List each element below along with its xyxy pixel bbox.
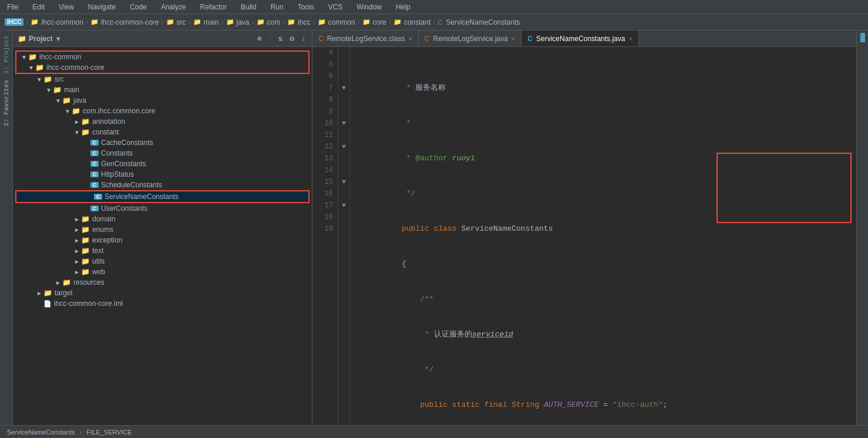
tree-item-http-status[interactable]: C HttpStatus bbox=[13, 169, 312, 180]
expand-arrow-exception: ► bbox=[74, 237, 80, 244]
folder-icon-resources: 📁 bbox=[62, 278, 71, 287]
folder-icon-8: 📁 bbox=[318, 18, 326, 26]
breadcrumb-ihcc-common[interactable]: ihcc-common bbox=[41, 18, 83, 26]
tree-item-service-name-constants[interactable]: C ServiceNameConstants bbox=[16, 191, 308, 202]
tree-item-main[interactable]: ▼ 📁 main bbox=[13, 85, 312, 95]
project-dropdown-icon[interactable]: ▼ bbox=[55, 35, 62, 42]
folder-icon-10: 📁 bbox=[393, 18, 402, 26]
breadcrumb-com[interactable]: com bbox=[267, 18, 281, 26]
java-icon-gen-constants: C bbox=[90, 161, 99, 167]
code-content[interactable]: * 服务名称 * * @author ruoyi */ public class… bbox=[350, 47, 856, 425]
tree-item-iml[interactable]: 📄 ihcc-common-core.iml bbox=[13, 298, 312, 309]
menu-run[interactable]: Run bbox=[268, 2, 286, 12]
toolbar-collapse-icon[interactable]: ↓ bbox=[300, 33, 307, 44]
folder-icon-enums: 📁 bbox=[81, 225, 90, 234]
project-folder-icon: 📁 bbox=[18, 35, 26, 43]
breadcrumb-main[interactable]: main bbox=[204, 18, 219, 26]
iml-icon: 📄 bbox=[43, 300, 52, 308]
menu-code[interactable]: Code bbox=[127, 2, 149, 12]
expand-arrow-ihcc-common-core: ▼ bbox=[28, 65, 34, 71]
menu-navigate[interactable]: Navigate bbox=[86, 2, 118, 12]
tree-item-ihcc-common-core[interactable]: ▼ 📁 ihcc-common-core bbox=[16, 62, 308, 73]
tree-item-constants[interactable]: C Constants bbox=[13, 148, 312, 159]
tab-close-class[interactable]: × bbox=[408, 35, 412, 42]
folder-icon-java: 📁 bbox=[62, 96, 71, 105]
tree-item-schedule-constants[interactable]: C ScheduleConstants bbox=[13, 180, 312, 190]
fold-icon-15[interactable]: ▼ bbox=[338, 176, 349, 188]
java-icon-service-name-constants: C bbox=[94, 194, 102, 200]
expand-arrow-enums: ► bbox=[74, 227, 80, 233]
tab-close-constants[interactable]: × bbox=[628, 35, 632, 42]
java-icon-breadcrumb: C bbox=[438, 19, 442, 26]
menu-edit[interactable]: Edit bbox=[30, 2, 47, 12]
breadcrumb-src[interactable]: src bbox=[177, 18, 186, 26]
breadcrumb-ihcc-common-core[interactable]: ihcc-common-core bbox=[101, 18, 159, 26]
tab-remote-log-service-class[interactable]: C RemoteLogService.class × bbox=[312, 31, 419, 47]
toolbar-add-icon[interactable]: ⊕ bbox=[256, 33, 263, 45]
code-line-6: * @author ruoyi bbox=[356, 141, 850, 153]
folder-icon-constant: 📁 bbox=[81, 128, 90, 136]
favorites-strip bbox=[856, 31, 868, 425]
tab-close-java[interactable]: × bbox=[512, 35, 515, 42]
tree-item-ihcc-common[interactable]: ▼ 📁 ihcc-common bbox=[16, 52, 308, 62]
tree-item-java[interactable]: ▼ 📁 java bbox=[13, 95, 312, 106]
code-line-9: { bbox=[356, 247, 850, 258]
menu-build[interactable]: Build bbox=[238, 2, 259, 12]
tree-item-enums[interactable]: ► 📁 enums bbox=[13, 224, 312, 235]
project-toolbar: 📁 Project ▼ ⊕ | ⇅ ⚙ ↓ bbox=[13, 31, 312, 47]
tree-item-web[interactable]: ► 📁 web bbox=[13, 267, 312, 277]
folder-icon-com: 📁 bbox=[72, 107, 80, 115]
tree-item-com-ihcc-common-core[interactable]: ▼ 📁 com.ihcc.common.core bbox=[13, 106, 312, 116]
tab-icon-class: C bbox=[318, 35, 324, 43]
code-line-5: * bbox=[356, 106, 850, 117]
tree-item-domain[interactable]: ► 📁 domain bbox=[13, 214, 312, 224]
breadcrumb-core[interactable]: core bbox=[373, 18, 386, 26]
tree-item-user-constants[interactable]: C UserConstants bbox=[13, 203, 312, 214]
breadcrumb-service-name-constants[interactable]: ServiceNameConstants bbox=[446, 18, 520, 26]
folder-icon-5: 📁 bbox=[226, 18, 234, 26]
tree-item-exception[interactable]: ► 📁 exception bbox=[13, 235, 312, 245]
main-layout: 1: Project 2: Favorites 📁 Project ▼ ⊕ | … bbox=[0, 31, 868, 425]
file-tree: ▼ 📁 ihcc-common ▼ 📁 ihcc-common-core ▼ 📁… bbox=[13, 47, 312, 425]
left-sidebar-strip: 1: Project 2: Favorites bbox=[0, 31, 13, 425]
menu-bar: File Edit View Navigate Code Analyze Ref… bbox=[0, 0, 868, 14]
tree-item-text[interactable]: ► 📁 text bbox=[13, 245, 312, 256]
tree-item-annotation[interactable]: ► 📁 annotation bbox=[13, 116, 312, 127]
folder-icon-domain: 📁 bbox=[81, 215, 90, 223]
tree-item-gen-constants[interactable]: C GenConstants bbox=[13, 159, 312, 169]
menu-view[interactable]: View bbox=[56, 2, 76, 12]
tree-item-constant[interactable]: ▼ 📁 constant bbox=[13, 127, 312, 137]
fold-icon-10[interactable]: ▼ bbox=[338, 117, 349, 129]
toolbar-settings-icon[interactable]: ⚙ bbox=[288, 33, 295, 45]
breadcrumb-common[interactable]: common bbox=[328, 18, 355, 26]
tree-item-utils[interactable]: ► 📁 utils bbox=[13, 256, 312, 267]
fold-icon-7[interactable]: ▼ bbox=[338, 82, 349, 94]
sidebar-project-label[interactable]: 1: Project bbox=[2, 33, 11, 76]
menu-window[interactable]: Window bbox=[354, 2, 384, 12]
tab-remote-log-service-java[interactable]: C RemoteLogService.java × bbox=[419, 31, 522, 47]
tab-service-name-constants[interactable]: C ServiceNameConstants.java × bbox=[522, 31, 639, 47]
fold-icon-17[interactable]: ▼ bbox=[338, 200, 349, 211]
breadcrumb-constant[interactable]: constant bbox=[404, 18, 430, 26]
expand-arrow-main: ▼ bbox=[46, 87, 52, 93]
breadcrumb-java[interactable]: java bbox=[237, 18, 250, 26]
breadcrumb-ihcc[interactable]: ihcc bbox=[298, 18, 310, 26]
menu-refactor[interactable]: Refactor bbox=[198, 2, 229, 12]
menu-tools[interactable]: Tools bbox=[295, 2, 317, 12]
java-icon-cache-constants: C bbox=[90, 140, 99, 146]
menu-analyze[interactable]: Analyze bbox=[159, 2, 189, 12]
sidebar-favorites-label[interactable]: 2: Favorites bbox=[2, 78, 11, 129]
menu-help[interactable]: Help bbox=[393, 2, 413, 12]
tree-item-cache-constants[interactable]: C CacheConstants bbox=[13, 137, 312, 148]
menu-file[interactable]: File bbox=[5, 2, 21, 12]
tree-item-resources[interactable]: ► 📁 resources bbox=[13, 277, 312, 288]
toolbar-sync-icon[interactable]: ⇅ bbox=[277, 33, 284, 45]
folder-icon-src: 📁 bbox=[43, 75, 52, 83]
menu-vcs[interactable]: VCS bbox=[326, 2, 345, 12]
folder-icon-exception: 📁 bbox=[81, 236, 90, 244]
tree-item-src[interactable]: ▼ 📁 src bbox=[13, 74, 312, 85]
tree-item-target[interactable]: ► 📁 target bbox=[13, 288, 312, 298]
code-line-4: * 服务名称 bbox=[356, 70, 850, 82]
fold-icon-12[interactable]: ▼ bbox=[338, 141, 349, 153]
folder-icon-2: 📁 bbox=[90, 18, 99, 26]
